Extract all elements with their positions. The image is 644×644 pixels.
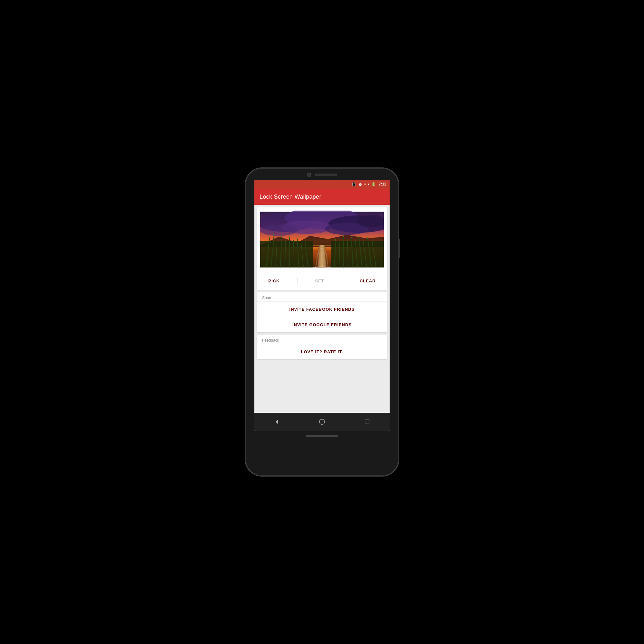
svg-point-60 bbox=[319, 419, 325, 425]
home-icon bbox=[318, 418, 326, 425]
vibrate-icon: 📳 bbox=[352, 182, 356, 186]
wallpaper-card: PICK SET CLEAR bbox=[257, 207, 387, 290]
wallpaper-image-container bbox=[257, 207, 387, 272]
home-button[interactable] bbox=[314, 415, 330, 428]
invite-google-item[interactable]: INVITE GOOGLE FRIENDS bbox=[257, 317, 387, 332]
clear-button[interactable]: CLEAR bbox=[355, 276, 381, 286]
feedback-section-label: Feedback bbox=[257, 335, 387, 344]
content-area: PICK SET CLEAR Share INVITE FACEBOOK FRI… bbox=[254, 205, 390, 413]
svg-rect-19 bbox=[318, 257, 325, 258]
status-icons: 📳 ⏰ ▾ ▾ 🔋 7:12 bbox=[352, 182, 386, 186]
app-title: Lock Screen Wallpaper bbox=[260, 194, 321, 200]
speaker-grille bbox=[315, 174, 337, 176]
status-time: 7:12 bbox=[379, 182, 386, 186]
divider-1 bbox=[297, 278, 298, 284]
svg-rect-18 bbox=[318, 253, 326, 254]
alarm-icon: ⏰ bbox=[358, 182, 363, 186]
recents-icon bbox=[364, 418, 371, 425]
wallpaper-image bbox=[260, 211, 384, 269]
phone-device: 📳 ⏰ ▾ ▾ 🔋 7:12 Lock Screen Wallpaper bbox=[245, 167, 399, 477]
status-bar: 📳 ⏰ ▾ ▾ 🔋 7:12 bbox=[254, 180, 390, 189]
phone-screen: 📳 ⏰ ▾ ▾ 🔋 7:12 Lock Screen Wallpaper bbox=[254, 180, 390, 431]
phone-bottom-hardware bbox=[245, 431, 399, 442]
svg-point-7 bbox=[260, 225, 297, 236]
set-button[interactable]: SET bbox=[310, 276, 329, 286]
rate-it-item[interactable]: LOVE IT? RATE IT. bbox=[257, 344, 387, 359]
invite-google-text: INVITE GOOGLE FRIENDS bbox=[292, 322, 352, 327]
svg-rect-22 bbox=[319, 266, 324, 267]
pick-button[interactable]: PICK bbox=[263, 276, 285, 286]
back-icon bbox=[273, 418, 280, 425]
invite-facebook-text: INVITE FACEBOOK FRIENDS bbox=[289, 307, 355, 312]
svg-marker-59 bbox=[276, 420, 278, 424]
svg-rect-21 bbox=[319, 263, 325, 264]
app-bar: Lock Screen Wallpaper bbox=[254, 189, 390, 205]
camera-lens bbox=[307, 173, 311, 177]
svg-rect-20 bbox=[319, 260, 325, 260]
side-button bbox=[399, 239, 400, 258]
bottom-nav bbox=[254, 413, 390, 431]
divider-2 bbox=[342, 278, 342, 284]
wifi-icon: ▾ bbox=[364, 182, 366, 186]
share-section-label: Share bbox=[257, 292, 387, 301]
phone-top-hardware bbox=[245, 168, 399, 180]
svg-rect-17 bbox=[318, 251, 326, 251]
feedback-card: Feedback LOVE IT? RATE IT. bbox=[257, 335, 387, 359]
back-button[interactable] bbox=[269, 415, 285, 428]
invite-facebook-item[interactable]: INVITE FACEBOOK FRIENDS bbox=[257, 301, 387, 317]
wallpaper-svg bbox=[260, 211, 384, 269]
home-indicator bbox=[306, 435, 338, 437]
battery-icon: 🔋 bbox=[371, 182, 376, 186]
signal-icon: ▾ bbox=[368, 182, 370, 186]
action-buttons-row: PICK SET CLEAR bbox=[257, 272, 387, 290]
recents-button[interactable] bbox=[359, 415, 375, 428]
svg-rect-61 bbox=[365, 420, 369, 424]
rate-it-text: LOVE IT? RATE IT. bbox=[301, 349, 343, 354]
share-card: Share INVITE FACEBOOK FRIENDS INVITE GOO… bbox=[257, 292, 387, 332]
